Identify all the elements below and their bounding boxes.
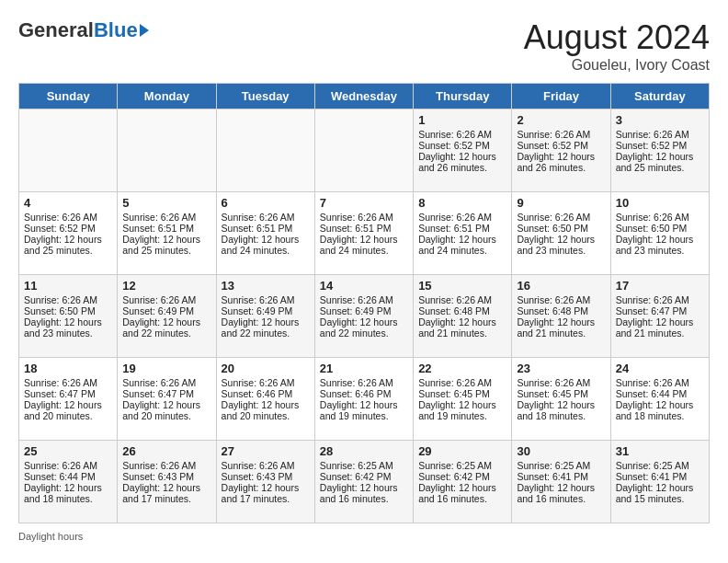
day-number: 27 <box>222 444 310 458</box>
calendar-cell: 17Sunrise: 6:26 AMSunset: 6:47 PMDayligh… <box>610 275 709 358</box>
calendar-cell: 18Sunrise: 6:26 AMSunset: 6:47 PMDayligh… <box>19 358 118 441</box>
day-number: 6 <box>222 196 310 210</box>
cell-info: Sunset: 6:45 PM <box>517 388 605 399</box>
cell-info: Sunrise: 6:26 AM <box>122 212 210 223</box>
cell-info: Sunset: 6:50 PM <box>517 223 605 234</box>
cell-info: Sunrise: 6:26 AM <box>222 294 310 305</box>
calendar-cell <box>19 109 118 192</box>
day-number: 15 <box>418 279 506 293</box>
day-number: 18 <box>24 362 112 375</box>
calendar-cell: 23Sunrise: 6:26 AMSunset: 6:45 PMDayligh… <box>512 358 610 441</box>
cell-info: Sunset: 6:51 PM <box>320 223 408 234</box>
cell-info: Daylight: 12 hours and 25 minutes. <box>24 234 112 256</box>
cell-info: Sunrise: 6:26 AM <box>418 212 506 223</box>
day-number: 28 <box>320 444 408 458</box>
day-number: 24 <box>616 362 704 375</box>
day-number: 11 <box>24 279 112 293</box>
cell-info: Daylight: 12 hours and 25 minutes. <box>616 151 704 173</box>
calendar-cell <box>314 109 413 192</box>
cell-info: Sunrise: 6:26 AM <box>418 377 506 388</box>
cell-info: Sunrise: 6:26 AM <box>222 460 310 471</box>
cell-info: Daylight: 12 hours and 19 minutes. <box>320 399 408 421</box>
calendar-cell: 21Sunrise: 6:26 AMSunset: 6:46 PMDayligh… <box>314 358 413 441</box>
calendar-cell: 19Sunrise: 6:26 AMSunset: 6:47 PMDayligh… <box>118 358 216 441</box>
day-number: 29 <box>418 444 506 458</box>
day-number: 19 <box>122 362 210 375</box>
cell-info: Sunset: 6:51 PM <box>222 223 310 234</box>
day-number: 26 <box>122 444 210 458</box>
title-block: August 2024 Goueleu, Ivory Coast <box>524 18 710 74</box>
day-number: 20 <box>222 362 310 375</box>
cell-info: Sunset: 6:46 PM <box>222 388 310 399</box>
cell-info: Sunset: 6:49 PM <box>122 305 210 316</box>
calendar-cell: 8Sunrise: 6:26 AMSunset: 6:51 PMDaylight… <box>414 192 512 275</box>
daylight-label: Daylight hours <box>18 531 83 542</box>
cell-info: Sunrise: 6:26 AM <box>320 377 408 388</box>
day-number: 13 <box>222 279 310 293</box>
calendar-cell <box>118 109 216 192</box>
cell-info: Sunrise: 6:26 AM <box>517 294 605 305</box>
day-number: 30 <box>517 444 605 458</box>
cell-info: Sunset: 6:50 PM <box>24 305 112 316</box>
cell-info: Sunrise: 6:26 AM <box>418 294 506 305</box>
cell-info: Sunrise: 6:26 AM <box>616 212 704 223</box>
cell-info: Sunset: 6:47 PM <box>616 305 704 316</box>
cell-info: Sunrise: 6:26 AM <box>222 377 310 388</box>
cell-info: Daylight: 12 hours and 16 minutes. <box>418 482 506 504</box>
day-number: 7 <box>320 196 408 210</box>
logo-general: General <box>18 18 94 42</box>
cell-info: Sunset: 6:51 PM <box>418 223 506 234</box>
cell-info: Sunrise: 6:26 AM <box>616 294 704 305</box>
cell-info: Sunrise: 6:25 AM <box>320 460 408 471</box>
cell-info: Sunrise: 6:26 AM <box>122 294 210 305</box>
calendar-cell: 14Sunrise: 6:26 AMSunset: 6:49 PMDayligh… <box>314 275 413 358</box>
day-number: 16 <box>517 279 605 293</box>
calendar-cell: 30Sunrise: 6:25 AMSunset: 6:41 PMDayligh… <box>512 441 610 523</box>
day-number: 12 <box>122 279 210 293</box>
cell-info: Sunrise: 6:26 AM <box>418 129 506 140</box>
cell-info: Daylight: 12 hours and 20 minutes. <box>222 399 310 421</box>
cell-info: Sunrise: 6:26 AM <box>320 212 408 223</box>
calendar-cell: 7Sunrise: 6:26 AMSunset: 6:51 PMDaylight… <box>314 192 413 275</box>
calendar-cell: 28Sunrise: 6:25 AMSunset: 6:42 PMDayligh… <box>314 441 413 523</box>
cell-info: Daylight: 12 hours and 24 minutes. <box>320 234 408 256</box>
cell-info: Sunset: 6:50 PM <box>616 223 704 234</box>
day-number: 2 <box>517 113 605 127</box>
cell-info: Sunrise: 6:26 AM <box>24 377 112 388</box>
day-number: 4 <box>24 196 112 210</box>
calendar-cell: 26Sunrise: 6:26 AMSunset: 6:43 PMDayligh… <box>118 441 216 523</box>
cell-info: Sunset: 6:44 PM <box>616 388 704 399</box>
calendar-cell: 3Sunrise: 6:26 AMSunset: 6:52 PMDaylight… <box>610 109 709 192</box>
cell-info: Sunrise: 6:26 AM <box>320 294 408 305</box>
week-row-2: 4Sunrise: 6:26 AMSunset: 6:52 PMDaylight… <box>19 192 710 275</box>
cell-info: Sunrise: 6:26 AM <box>616 377 704 388</box>
logo-blue: Blue <box>94 18 138 42</box>
day-number: 25 <box>24 444 112 458</box>
cell-info: Sunset: 6:47 PM <box>122 388 210 399</box>
cell-info: Sunset: 6:43 PM <box>222 471 310 482</box>
cell-info: Sunset: 6:49 PM <box>320 305 408 316</box>
cell-info: Daylight: 12 hours and 20 minutes. <box>24 399 112 421</box>
cell-info: Sunrise: 6:26 AM <box>24 294 112 305</box>
day-header-wednesday: Wednesday <box>314 84 413 109</box>
cell-info: Daylight: 12 hours and 15 minutes. <box>616 482 704 504</box>
week-row-1: 1Sunrise: 6:26 AMSunset: 6:52 PMDaylight… <box>19 109 710 192</box>
month-title: August 2024 <box>524 18 710 57</box>
cell-info: Daylight: 12 hours and 24 minutes. <box>418 234 506 256</box>
cell-info: Sunrise: 6:25 AM <box>517 460 605 471</box>
day-header-saturday: Saturday <box>610 84 709 109</box>
cell-info: Daylight: 12 hours and 17 minutes. <box>222 482 310 504</box>
day-header-sunday: Sunday <box>19 84 118 109</box>
cell-info: Sunrise: 6:26 AM <box>122 377 210 388</box>
page-header: General Blue August 2024 Goueleu, Ivory … <box>18 18 710 74</box>
day-header-friday: Friday <box>512 84 610 109</box>
cell-info: Daylight: 12 hours and 22 minutes. <box>122 316 210 339</box>
calendar-cell: 2Sunrise: 6:26 AMSunset: 6:52 PMDaylight… <box>512 109 610 192</box>
calendar-cell: 10Sunrise: 6:26 AMSunset: 6:50 PMDayligh… <box>610 192 709 275</box>
logo-arrow-icon <box>140 24 149 37</box>
cell-info: Daylight: 12 hours and 26 minutes. <box>418 151 506 173</box>
cell-info: Sunset: 6:46 PM <box>320 388 408 399</box>
day-header-tuesday: Tuesday <box>216 84 314 109</box>
calendar-cell: 16Sunrise: 6:26 AMSunset: 6:48 PMDayligh… <box>512 275 610 358</box>
day-number: 23 <box>517 362 605 375</box>
